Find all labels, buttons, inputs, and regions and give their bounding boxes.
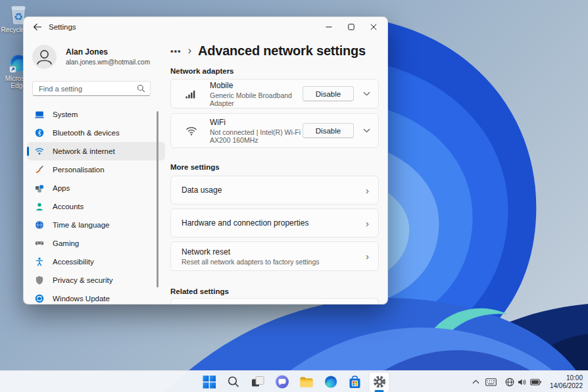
tray-chevron-up-icon[interactable] bbox=[472, 380, 479, 384]
profile-name: Alan Jones bbox=[66, 47, 150, 57]
search-icon bbox=[137, 84, 145, 93]
chat-icon bbox=[275, 375, 289, 389]
battery-icon bbox=[530, 379, 541, 385]
sidebar-item-time-language[interactable]: Time & language bbox=[27, 216, 165, 234]
adapter-description: Generic Mobile Broadband Adapter bbox=[210, 91, 299, 107]
search-input[interactable] bbox=[33, 82, 133, 95]
disable-mobile-button[interactable]: Disable bbox=[303, 86, 354, 101]
system-icon bbox=[34, 110, 44, 120]
row-description: Reset all network adapters to factory se… bbox=[182, 258, 366, 266]
sidebar-item-label: Gaming bbox=[53, 239, 79, 247]
sidebar-item-label: Privacy & security bbox=[53, 276, 112, 284]
tray-date: 14/06/2022 bbox=[550, 382, 583, 390]
network-globe-icon bbox=[505, 378, 514, 387]
cellular-signal-icon bbox=[184, 89, 199, 99]
clock[interactable]: 10:00 14/06/2022 bbox=[550, 374, 583, 390]
sidebar-item-gaming[interactable]: Gaming bbox=[27, 234, 165, 253]
related-settings-card-partial[interactable] bbox=[170, 298, 379, 304]
scrollbar[interactable] bbox=[157, 111, 159, 287]
chevron-right-icon: › bbox=[366, 218, 369, 229]
sidebar-item-label: Bluetooth & devices bbox=[53, 129, 120, 137]
accessibility-icon bbox=[34, 257, 44, 267]
edge-icon bbox=[324, 375, 337, 389]
maximize-button[interactable] bbox=[340, 17, 362, 36]
chat-button[interactable] bbox=[272, 372, 292, 392]
row-title: Network reset bbox=[182, 247, 366, 257]
globe-clock-icon bbox=[34, 220, 44, 230]
sidebar-item-label: Windows Update bbox=[53, 295, 110, 303]
sidebar-item-system[interactable]: System bbox=[27, 105, 165, 124]
row-title: Data usage bbox=[182, 185, 366, 195]
main-content: ••• › Advanced network settings Network … bbox=[170, 37, 388, 304]
row-title: Hardware and connection properties bbox=[182, 218, 366, 228]
apps-icon bbox=[34, 184, 44, 193]
sidebar-item-label: Accounts bbox=[53, 203, 84, 210]
avatar[interactable] bbox=[32, 45, 57, 69]
chevron-right-icon: › bbox=[366, 251, 369, 262]
network-reset-row[interactable]: Network reset Reset all network adapters… bbox=[170, 241, 379, 271]
adapter-row-wifi: WiFi Not connected | Intel(R) Wi-Fi 6 AX… bbox=[170, 113, 379, 148]
search-box[interactable] bbox=[32, 81, 151, 96]
accounts-icon bbox=[34, 202, 44, 212]
touch-keyboard-icon[interactable] bbox=[485, 378, 497, 386]
tray-status-group[interactable] bbox=[502, 376, 544, 389]
chevron-down-icon[interactable] bbox=[363, 128, 370, 133]
desktop: ♻ Recycle Bin Microsoft Edge Setti bbox=[0, 0, 588, 392]
sidebar-item-windows-update[interactable]: Windows Update bbox=[27, 289, 165, 305]
breadcrumb-overflow-button[interactable]: ••• bbox=[170, 46, 182, 56]
breadcrumb: ••• › Advanced network settings bbox=[170, 42, 388, 59]
svg-text:♻: ♻ bbox=[14, 11, 23, 22]
adapter-name: WiFi bbox=[210, 118, 299, 127]
windows-start-icon bbox=[202, 375, 216, 389]
person-icon bbox=[32, 45, 57, 69]
sidebar-item-network-internet[interactable]: Network & internet bbox=[27, 142, 165, 160]
sidebar-item-accessibility[interactable]: Accessibility bbox=[27, 253, 165, 271]
start-button[interactable] bbox=[199, 372, 219, 392]
data-usage-row[interactable]: Data usage › bbox=[170, 176, 379, 205]
adapter-row-mobile: Mobile Generic Mobile Broadband Adapter … bbox=[170, 79, 379, 109]
task-view-button[interactable] bbox=[248, 372, 268, 392]
sidebar-nav: System Bluetooth & devices Network & int… bbox=[27, 105, 165, 305]
adapter-name: Mobile bbox=[210, 81, 299, 90]
gear-icon bbox=[372, 375, 386, 389]
back-arrow-icon bbox=[33, 23, 42, 31]
minimize-button[interactable] bbox=[318, 17, 340, 36]
sidebar-item-bluetooth-devices[interactable]: Bluetooth & devices bbox=[27, 124, 165, 142]
close-button[interactable] bbox=[362, 17, 385, 36]
profile-info: Alan Jones alan.jones.wm@hotmail.com bbox=[66, 47, 150, 66]
section-heading-related-settings: Related settings bbox=[170, 287, 388, 295]
search-button[interactable] bbox=[224, 372, 243, 392]
titlebar[interactable]: Settings bbox=[24, 17, 387, 37]
maximize-icon bbox=[348, 24, 355, 30]
sidebar-item-apps[interactable]: Apps bbox=[27, 179, 165, 197]
file-explorer-icon bbox=[299, 376, 313, 388]
section-heading-network-adapters: Network adapters bbox=[170, 67, 388, 75]
sidebar-item-label: Personalisation bbox=[53, 166, 105, 174]
taskbar: 10:00 14/06/2022 bbox=[0, 370, 588, 392]
settings-taskbar-button[interactable] bbox=[370, 372, 389, 392]
sidebar-item-privacy-security[interactable]: Privacy & security bbox=[27, 271, 165, 289]
chevron-down-icon[interactable] bbox=[363, 91, 370, 96]
back-button[interactable] bbox=[30, 20, 45, 34]
profile-email: alan.jones.wm@hotmail.com bbox=[66, 59, 150, 66]
store-icon bbox=[349, 376, 362, 389]
edge-button[interactable] bbox=[321, 372, 341, 392]
sidebar-item-label: Accessibility bbox=[53, 258, 94, 266]
brush-icon bbox=[34, 165, 44, 175]
sidebar-item-label: Network & internet bbox=[53, 147, 115, 155]
wifi-icon bbox=[34, 147, 44, 157]
store-button[interactable] bbox=[345, 372, 365, 392]
tray-time: 10:00 bbox=[550, 374, 583, 382]
sidebar-item-accounts[interactable]: Accounts bbox=[27, 197, 165, 216]
chevron-right-icon: › bbox=[188, 46, 191, 55]
sidebar-item-personalisation[interactable]: Personalisation bbox=[27, 160, 165, 179]
disable-wifi-button[interactable]: Disable bbox=[303, 123, 354, 138]
hardware-connection-properties-row[interactable]: Hardware and connection properties › bbox=[170, 208, 379, 237]
task-view-icon bbox=[251, 375, 264, 389]
active-indicator bbox=[27, 147, 29, 156]
gamepad-icon bbox=[34, 239, 44, 249]
wifi-signal-icon bbox=[184, 126, 199, 135]
file-explorer-button[interactable] bbox=[297, 372, 316, 392]
search-icon bbox=[227, 376, 239, 388]
section-heading-more-settings: More settings bbox=[170, 163, 388, 171]
